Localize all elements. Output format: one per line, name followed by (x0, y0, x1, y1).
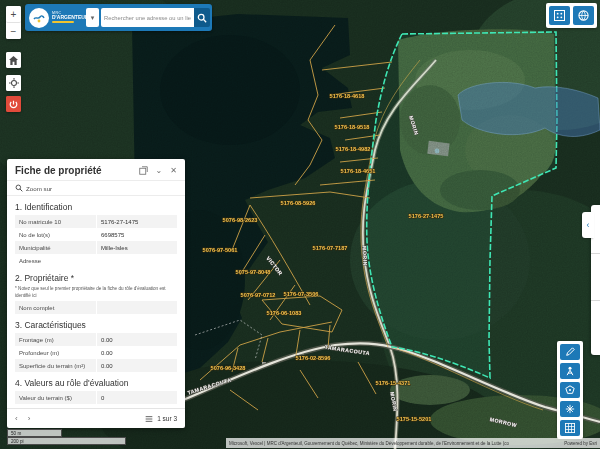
road-label: MORIN (361, 246, 368, 266)
grid-icon (565, 423, 575, 433)
panel-body: 1. Identification No matricule 105176-27… (7, 196, 185, 408)
parcel-label: 5176-06-1083 (267, 310, 302, 316)
parcel-label: 5175-15-5201 (397, 416, 432, 422)
parcel-label: 5076-98-2623 (223, 217, 258, 223)
zoom-to-label: Zoom sur (26, 185, 52, 192)
parcel-label: 5176-15-4371 (376, 380, 411, 386)
property-sheet-panel: Fiche de propriété ⌄ ✕ Zoom sur 1. Ident… (7, 159, 185, 428)
close-panel-button[interactable]: ✕ (170, 166, 177, 175)
parcel-label: 5176-18-4618 (330, 93, 365, 99)
search-input[interactable] (101, 8, 194, 27)
panel-header: Fiche de propriété ⌄ ✕ (7, 159, 185, 180)
app-header: MRC D'ARGENTEUIL ▾ (25, 4, 212, 31)
logo-text: MRC D'ARGENTEUIL (52, 12, 84, 24)
asterisk-icon (565, 404, 575, 414)
zoom-in-button[interactable]: + (6, 6, 21, 23)
collapse-panel-button[interactable]: ⌄ (156, 166, 163, 175)
parcel-label: 5076-97-0712 (241, 292, 276, 298)
table-row: Adresse (15, 254, 177, 267)
locate-button[interactable] (6, 75, 21, 91)
locate-icon (9, 78, 19, 88)
panel-footer: ‹ › 1 sur 3 (7, 408, 185, 428)
logo-line2: D'ARGENTEUIL (52, 15, 84, 20)
magnifier-icon (15, 184, 23, 192)
parcel-label: 5176-18-4651 (341, 168, 376, 174)
table-row: No matricule 105176-27-1475 (15, 215, 177, 228)
home-button[interactable] (6, 52, 21, 68)
powered-by-esri: Powered by Esri (564, 441, 597, 446)
parcel-label: 5076-96-3428 (211, 365, 246, 371)
shapes-icon (565, 385, 575, 395)
section-heading: 2. Propriétaire * (15, 273, 177, 283)
table-row: Valeur du terrain ($)0 (15, 391, 177, 404)
coordinates-button[interactable] (560, 401, 580, 417)
parcel-label: 5076-97-5061 (203, 247, 238, 253)
app-window: 5176-18-4618 5176-18-9518 5176-18-4982 5… (0, 0, 600, 449)
pencil-icon (565, 347, 575, 357)
section-heading: 4. Valeurs au rôle d'évaluation (15, 378, 177, 388)
map-attribution: Microsoft, Vexcel | MRC d'Argenteuil, Go… (226, 438, 600, 448)
map-widgets-bottom (557, 341, 583, 439)
parcel-label: 5176-02-8596 (296, 355, 331, 361)
dock-button[interactable] (139, 166, 148, 175)
section-heading: 3. Caractéristiques (15, 320, 177, 330)
power-icon (9, 100, 18, 109)
table-row: MunicipalitéMille-Isles (15, 241, 177, 254)
zoom-control: + − (6, 6, 21, 39)
parcel-label: 5176-08-5926 (281, 200, 316, 206)
parcel-label: 5176-07-7187 (313, 245, 348, 251)
panel-title: Fiche de propriété (15, 165, 131, 176)
zoom-out-button[interactable]: − (6, 23, 21, 39)
scalebar-metric: 50 m (7, 429, 62, 437)
table-row: Nom complet (15, 301, 177, 314)
feature-list-icon[interactable] (145, 415, 153, 423)
chevron-left-icon: ‹ (587, 220, 590, 230)
globe-icon (578, 10, 589, 21)
search-button[interactable] (194, 8, 210, 27)
close-icon: ✕ (170, 166, 177, 175)
attribution-sources: Microsoft, Vexcel | MRC d'Argenteuil, Go… (229, 441, 558, 446)
home-icon (9, 56, 18, 65)
side-panel-toggle[interactable]: ‹ (582, 212, 594, 238)
basemap-gallery-button[interactable] (549, 6, 570, 25)
dock-icon (139, 166, 148, 175)
table-row: Profondeur (m)0.00 (15, 346, 177, 359)
previous-feature-button[interactable]: ‹ (15, 414, 18, 423)
chevron-down-icon: ▾ (91, 14, 95, 22)
table-row: Superficie du terrain (m²)0.00 (15, 359, 177, 372)
selection-button[interactable] (560, 382, 580, 398)
table-button[interactable] (560, 420, 580, 436)
map-widgets-top (546, 3, 597, 28)
chevron-down-icon: ⌄ (156, 166, 163, 175)
section-heading: 1. Identification (15, 202, 177, 212)
mrc-argenteuil-logo (29, 8, 49, 28)
person-icon (565, 366, 575, 376)
streetview-button[interactable] (560, 363, 580, 379)
scalebar-imperial: 200 pi (7, 437, 126, 445)
parcel-label: 5075-97-8048 (236, 269, 271, 275)
exit-button[interactable] (6, 96, 21, 112)
pagination-label: 1 sur 3 (157, 415, 177, 422)
search-icon (197, 13, 207, 23)
owner-note: * Notez que seul le premier propriétaire… (15, 286, 177, 299)
basemap-grid-icon (554, 10, 565, 21)
logo-tagline (52, 21, 74, 23)
draw-button[interactable] (560, 344, 580, 360)
table-row: Frontage (m)0.00 (15, 333, 177, 346)
search-source-dropdown[interactable]: ▾ (86, 8, 99, 27)
layers-button[interactable] (573, 6, 594, 25)
table-row: No de lot(s)6698575 (15, 228, 177, 241)
parcel-label: 5176-18-9518 (335, 124, 370, 130)
next-feature-button[interactable]: › (28, 414, 31, 423)
parcel-label-selected: 5176-27-1475 (409, 213, 444, 219)
zoom-to-button[interactable]: Zoom sur (7, 180, 185, 196)
parcel-label: 5176-18-4982 (336, 146, 371, 152)
parcel-label: 5176-07-3506 (284, 291, 319, 297)
